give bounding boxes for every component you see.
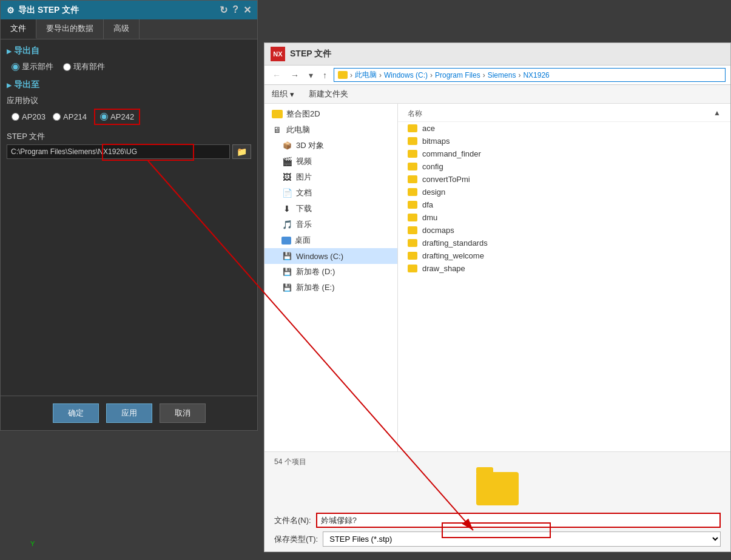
path-sep-2: ›	[379, 71, 382, 79]
dark-bg-bottom	[0, 431, 264, 560]
step-file-row: 📁	[7, 144, 251, 159]
path-sep-4: ›	[483, 71, 485, 79]
file-item-draw-shape[interactable]: draw_shape	[398, 262, 730, 275]
file-item-converttopmi[interactable]: convertToPmi	[398, 173, 730, 186]
help-icon[interactable]: ?	[232, 4, 238, 16]
tree-item-hetutu2d[interactable]: 整合图2D	[264, 106, 397, 122]
path-computer[interactable]: 此电脑	[355, 70, 377, 80]
folder-icon-config	[408, 163, 417, 170]
titlebar-left: ⚙ 导出 STEP 文件	[7, 5, 79, 16]
up-button[interactable]: ↑	[320, 69, 330, 82]
folder-icon-dfa	[408, 201, 417, 209]
close-icon[interactable]: ✕	[243, 4, 251, 16]
nx-icon: NX	[271, 47, 285, 61]
folder-preview	[274, 472, 721, 505]
doc-icon: 📄	[281, 187, 292, 198]
file-item-bitmaps[interactable]: bitmaps	[398, 135, 730, 147]
dialog-tabs: 文件 要导出的数据 高级	[1, 19, 257, 39]
step-file-label: STEP 文件	[7, 131, 251, 142]
folder-icon-converttopmi	[408, 175, 417, 183]
organize-chevron: ▾	[290, 90, 294, 99]
tree-item-desktop[interactable]: 桌面	[264, 232, 397, 248]
music-icon: 🎵	[281, 219, 292, 230]
file-bottom: 54 个项目 文件名(N): 保存类型(T): STEP Files (*.st…	[264, 451, 730, 552]
filename-input[interactable]	[316, 513, 721, 528]
protocol-box-ap242: AP242	[94, 109, 140, 125]
path-drive[interactable]: Windows (C:)	[384, 71, 428, 79]
radio-ap242[interactable]: AP242	[100, 112, 134, 121]
dialog-icon: ⚙	[7, 5, 15, 15]
tree-item-d-drive[interactable]: 💾 新加卷 (D:)	[264, 264, 397, 280]
right-dialog: NX STEP 文件 ← → ▾ ↑ › 此电脑 › Windows (C:) …	[264, 42, 731, 552]
folder-icon-dmu	[408, 214, 417, 221]
video-icon: 🎬	[281, 156, 292, 167]
filename-label: 文件名(N):	[274, 515, 311, 526]
download-icon: ⬇	[281, 203, 292, 214]
radio-ap214[interactable]: AP214	[53, 109, 87, 125]
dialog-titlebar: ⚙ 导出 STEP 文件 ↻ ? ✕	[1, 1, 257, 19]
refresh-icon[interactable]: ↻	[220, 4, 227, 16]
tree-item-music[interactable]: 🎵 音乐	[264, 217, 397, 232]
folder-icon-draw-shape	[408, 265, 417, 272]
file-item-command-finder[interactable]: command_finder	[398, 147, 730, 160]
tab-file[interactable]: 文件	[1, 19, 36, 39]
file-item-design[interactable]: design	[398, 186, 730, 198]
folder-icon-bitmaps	[408, 137, 417, 145]
tree-item-video[interactable]: 🎬 视频	[264, 153, 397, 169]
apply-button[interactable]: 应用	[106, 403, 152, 423]
file-item-ace[interactable]: ace	[398, 122, 730, 135]
address-path[interactable]: › 此电脑 › Windows (C:) › Program Files › S…	[334, 68, 726, 82]
left-panel: 整合图2D 🖥 此电脑 📦 3D 对象 🎬 视频 🖼 图片 📄 文档	[264, 104, 398, 451]
right-panel: 名称 ▲ ace bitmaps command_finder config	[398, 104, 730, 451]
column-name[interactable]: 名称	[408, 109, 713, 119]
path-sep-3: ›	[430, 71, 433, 79]
tree-item-e-drive[interactable]: 💾 新加卷 (E:)	[264, 280, 397, 295]
right-titlebar: NX STEP 文件	[264, 43, 730, 66]
file-item-drafting-standards[interactable]: drafting_standards	[398, 237, 730, 249]
browse-button[interactable]: 📁	[232, 144, 251, 159]
filetype-select[interactable]: STEP Files (*.stp)	[323, 531, 721, 547]
tree-item-3d[interactable]: 📦 3D 对象	[264, 138, 397, 153]
protocol-label: 应用协议	[7, 95, 251, 106]
section-export-from: 导出自	[7, 46, 251, 56]
sort-icon: ▲	[713, 109, 721, 119]
filename-row: 文件名(N):	[274, 513, 721, 528]
radio-existing-part[interactable]: 现有部件	[63, 61, 105, 72]
folder-icon-drafting-standards	[408, 239, 417, 247]
radio-ap203[interactable]: AP203	[12, 109, 45, 125]
folder-icon-command-finder	[408, 150, 417, 158]
dropdown-button[interactable]: ▾	[306, 69, 316, 82]
export-from-group: 显示部件 现有部件	[7, 61, 251, 72]
c-drive-icon: 💾	[281, 251, 292, 261]
d-drive-icon: 💾	[281, 266, 292, 277]
path-program-files[interactable]: Program Files	[435, 71, 480, 79]
step-file-input[interactable]	[7, 144, 230, 159]
right-panel-header: 名称 ▲	[398, 106, 730, 122]
tree-item-doc[interactable]: 📄 文档	[264, 185, 397, 201]
tree-item-c-drive[interactable]: 💾 Windows (C:)	[264, 248, 397, 264]
file-item-dfa[interactable]: dfa	[398, 198, 730, 211]
file-item-drafting-welcome[interactable]: drafting_welcome	[398, 249, 730, 262]
back-button[interactable]: ←	[269, 69, 284, 82]
path-siemens[interactable]: Siemens	[488, 71, 516, 79]
desktop-icon	[281, 237, 291, 245]
path-folder-icon	[338, 71, 348, 79]
tree-item-computer[interactable]: 🖥 此电脑	[264, 122, 397, 138]
forward-button[interactable]: →	[288, 69, 302, 82]
radio-display-part[interactable]: 显示部件	[12, 61, 53, 72]
tree-item-download[interactable]: ⬇ 下载	[264, 201, 397, 217]
organize-button[interactable]: 组织 ▾	[269, 87, 297, 101]
file-item-docmaps[interactable]: docmaps	[398, 224, 730, 237]
tab-export-data[interactable]: 要导出的数据	[36, 19, 104, 39]
path-nx1926[interactable]: NX1926	[523, 71, 549, 79]
filetype-label: 保存类型(T):	[274, 534, 318, 545]
left-dialog: ⚙ 导出 STEP 文件 ↻ ? ✕ 文件 要导出的数据 高级 导出自 显示部件…	[0, 0, 258, 431]
item-count: 54 个项目	[274, 457, 721, 467]
new-folder-button[interactable]: 新建文件夹	[306, 87, 351, 101]
ok-button[interactable]: 确定	[53, 403, 99, 423]
cancel-button[interactable]: 取消	[160, 403, 206, 423]
tree-item-image[interactable]: 🖼 图片	[264, 169, 397, 185]
file-item-dmu[interactable]: dmu	[398, 211, 730, 224]
file-item-config[interactable]: config	[398, 160, 730, 173]
tab-advanced[interactable]: 高级	[104, 19, 140, 39]
